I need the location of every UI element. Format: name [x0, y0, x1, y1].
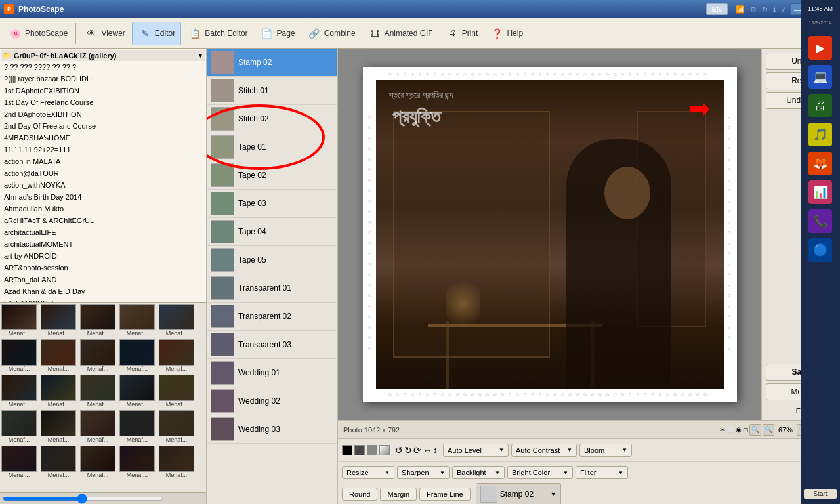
thumbnail-item[interactable]: Menaf... [39, 338, 79, 373]
tree-item[interactable]: 11.11.11 92+22=111 [1, 144, 205, 156]
frame-item[interactable]: Tape 01 [207, 133, 337, 161]
flip-v-icon[interactable]: ↕ [433, 445, 438, 455]
taskbar-icon-5[interactable]: 🦊 [808, 152, 832, 175]
rotate-left-icon[interactable]: ↺ [395, 445, 403, 455]
thumb-size-slider[interactable] [3, 497, 163, 501]
thumbnail-item[interactable]: Menaf... [158, 303, 197, 338]
tree-item[interactable]: aRcHiTAcT & ARChItEGrUL [1, 215, 205, 226]
frame-item[interactable]: Tape 03 [207, 190, 337, 218]
tree-item[interactable]: architactualLIFE [1, 226, 205, 238]
round-button[interactable]: Round [342, 488, 377, 501]
thumbnail-item[interactable]: Menaf... [118, 373, 158, 409]
thumbnail-item[interactable]: Menaf... [118, 338, 158, 373]
thumbnail-item[interactable]: Menaf... [158, 444, 197, 480]
taskbar-icon-7[interactable]: 📞 [808, 209, 832, 233]
tree-item[interactable]: ART&photo-session [1, 262, 205, 274]
frame-item[interactable]: Tape 02 [207, 161, 337, 190]
thumbnail-item[interactable]: Menaf... [39, 303, 79, 338]
zoom-out-button[interactable]: 🔍 [749, 424, 761, 436]
tb-help[interactable]: ❓ Help [484, 22, 528, 45]
bloom-dropdown[interactable]: Bloom ▼ [579, 444, 632, 457]
rotate-right-icon[interactable]: ↻ [404, 445, 412, 455]
thumbnail-item[interactable]: Menaf... [79, 338, 118, 373]
swatch-light[interactable] [379, 445, 390, 455]
thumbnail-item[interactable]: Menaf... [0, 303, 39, 338]
refresh-icon[interactable]: ↻ [762, 5, 768, 14]
thumbnail-item[interactable]: Menaf... [118, 409, 158, 444]
thumbnail-item[interactable]: Menaf... [158, 338, 197, 373]
thumbnail-item[interactable]: Menaf... [0, 409, 39, 444]
thumbnail-item[interactable]: Menaf... [39, 409, 79, 444]
info-icon[interactable]: ℹ [773, 5, 776, 14]
tree-root[interactable]: 📁 Gr0uP~0f~bLaACk`IZ (gallery) ▼ [1, 50, 205, 61]
backlight-dropdown[interactable]: Backlight ▼ [452, 466, 505, 479]
frame-item[interactable]: Transparent 03 [207, 331, 337, 359]
tree-item[interactable]: Ahmadullah Mukto [1, 203, 205, 215]
tree-item[interactable]: action in MALATA [1, 156, 205, 167]
taskbar-icon-6[interactable]: 📊 [808, 180, 832, 204]
flip-h-icon[interactable]: ↔ [423, 445, 432, 455]
settings-icon[interactable]: ⚙ [750, 5, 757, 14]
tb-editor[interactable]: ✎ Editor [132, 22, 181, 45]
tree-item[interactable]: architactualMOMENT [1, 238, 205, 250]
frame-item[interactable]: Wedding 03 [207, 415, 337, 444]
frame-item[interactable]: Transparent 02 [207, 303, 337, 331]
tree-item[interactable]: action_withNOYKA [1, 179, 205, 191]
tree-item[interactable]: ARTon_daLAND [1, 274, 205, 285]
thumbnail-item[interactable]: Menaf... [0, 373, 39, 409]
auto-contrast-dropdown[interactable]: Auto Contrast ▼ [511, 444, 577, 457]
lang-button[interactable]: EN [706, 3, 728, 15]
frame-item[interactable]: Tape 05 [207, 246, 337, 274]
tb-combine[interactable]: 🔗 Combine [302, 22, 361, 45]
tree-item[interactable]: Azad Khan & da EID Day [1, 285, 205, 297]
thumbnail-item[interactable]: Menaf... [79, 303, 118, 338]
margin-button[interactable]: Margin [380, 488, 417, 501]
taskbar-icon-8[interactable]: 🔵 [808, 238, 832, 262]
frame-selector[interactable]: Stamp 02 ▼ [476, 483, 561, 505]
zoom-fit-button[interactable]: 🔍 [763, 424, 774, 436]
thumbnail-item[interactable]: Menaf... [79, 444, 118, 480]
taskbar-icon-4[interactable]: 🎵 [808, 123, 832, 146]
tb-batch[interactable]: 📋 Batch Editor [182, 22, 253, 45]
thumbnail-item[interactable]: Menaf... [158, 409, 197, 444]
tree-item[interactable]: action@daTOUR [1, 167, 205, 179]
help-icon[interactable]: ? [781, 5, 785, 13]
start-btn[interactable]: Start [804, 489, 837, 499]
swatch-mid[interactable] [367, 445, 377, 455]
thumbnail-item[interactable]: Menaf... [118, 444, 158, 480]
auto-level-dropdown[interactable]: Auto Level ▼ [443, 444, 509, 457]
thumbnail-item[interactable]: Menaf... [0, 338, 39, 373]
tree-item[interactable]: 2nd DAphotoEXIBITION [1, 108, 205, 120]
file-tree[interactable]: 📁 Gr0uP~0f~bLaACk`IZ (gallery) ▼ ? ?? ??… [0, 49, 206, 302]
tb-animated[interactable]: 🎞 Animated GIF [362, 22, 438, 45]
tree-item[interactable]: art by ANDROID [1, 250, 205, 262]
frame-item[interactable]: Stitch 01 [207, 77, 337, 105]
taskbar-icon-2[interactable]: 💻 [808, 65, 832, 89]
tb-viewer[interactable]: 👁 Viewer [79, 22, 130, 45]
swatch-black[interactable] [342, 445, 352, 455]
frame-item[interactable]: Transparent 01 [207, 274, 337, 303]
resize-dropdown[interactable]: Resize ▼ [342, 466, 394, 479]
thumbnail-item[interactable]: Menaf... [79, 373, 118, 409]
tree-item[interactable]: 4MBADSHA'sHOME [1, 132, 205, 144]
frame-item[interactable]: Wedding 02 [207, 387, 337, 415]
tree-item[interactable]: b4_LANDINGship [1, 297, 205, 302]
frame-sel-dropdown-arrow[interactable]: ▼ [551, 491, 556, 497]
taskbar-icon-1[interactable]: ▶ [808, 36, 832, 60]
frame-line-button[interactable]: Frame Line [419, 488, 471, 501]
thumbnail-panel[interactable]: Menaf...Menaf...Menaf...Menaf...Menaf...… [0, 302, 206, 492]
thumbnail-item[interactable]: Menaf... [39, 373, 79, 409]
taskbar-icon-3[interactable]: 🖨 [808, 94, 832, 117]
sharpen-dropdown[interactable]: Sharpen ▼ [397, 466, 450, 479]
tree-item[interactable]: 1st DAphotoEXIBITION [1, 85, 205, 96]
frame-item[interactable]: Stamp 02 [207, 49, 337, 77]
tb-page[interactable]: 📄 Page [255, 22, 301, 45]
thumbnail-item[interactable]: Menaf... [0, 444, 39, 480]
bright-color-dropdown[interactable]: Bright,Color ▼ [507, 466, 573, 479]
tb-photoscape[interactable]: 🌸 PhotoScape [3, 22, 73, 45]
swatch-dark[interactable] [354, 445, 365, 455]
tree-item[interactable]: ? ?? ??? ???? ?? ?? ? [1, 61, 205, 73]
frame-item[interactable]: Stitch 02 [207, 105, 337, 133]
tree-item[interactable]: 1st Day Of Freelanc Course [1, 96, 205, 108]
thumbnail-item[interactable]: Menaf... [118, 303, 158, 338]
